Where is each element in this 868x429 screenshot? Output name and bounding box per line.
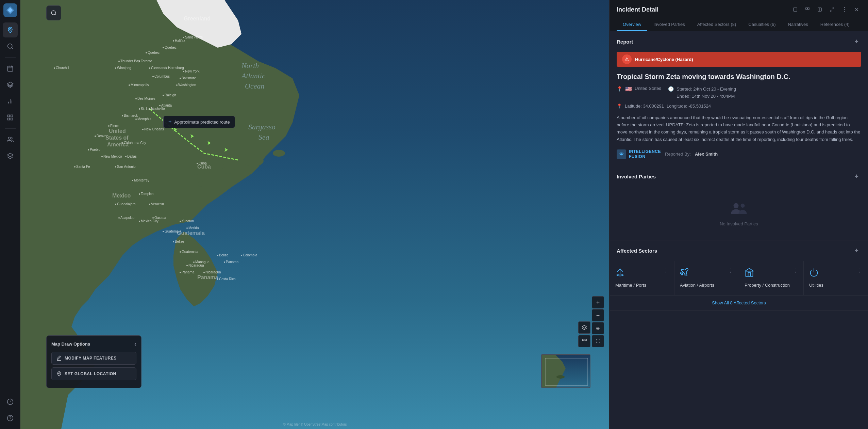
sidebar-item-search[interactable] (3, 39, 18, 54)
reporter-name: Alex Smith (695, 152, 718, 157)
panel-header: Incident Detail (610, 0, 868, 31)
longitude-text: Longitude: -85.501524 (667, 104, 711, 109)
reported-by-label: Reported By: (665, 152, 691, 157)
svg-rect-14 (11, 115, 13, 117)
sector-aviation-icon (680, 268, 689, 279)
panel-tabs: Overview Involved Parties Affected Secto… (617, 18, 861, 31)
sector-card-aviation[interactable]: ⋮ Aviation / Airports (674, 261, 739, 295)
sector-utilities-menu[interactable]: ⋮ (857, 268, 863, 274)
set-global-location-button[interactable]: SET GLOBAL LOCATION (51, 367, 136, 380)
tab-references[interactable]: References (4) (814, 18, 856, 31)
svg-rect-16 (11, 118, 13, 120)
panel-minimize-button[interactable] (790, 5, 800, 14)
incident-title: Tropical Storm Zeta moving towards Washi… (617, 72, 861, 81)
map-attribution: © MapTiler © OpenStreetMap contributors (283, 423, 347, 426)
sidebar-item-map[interactable] (3, 22, 18, 37)
map-controls-top (46, 5, 61, 20)
reporter-org-line2: FUSION (629, 154, 661, 159)
tab-linked[interactable]: Linked In... (856, 18, 861, 31)
country-flag: 🇺🇸 (625, 86, 632, 92)
tab-narratives[interactable]: Narratives (782, 18, 814, 31)
sectors-grid: ⋮ Maritime / Ports ⋮ Aviation / Air (610, 261, 868, 295)
map-search-button[interactable] (46, 5, 61, 20)
involved-parties-header: Involved Parties + (610, 166, 868, 187)
map-draw-title-row: Map Draw Options ‹ (51, 340, 136, 348)
modify-map-features-button[interactable]: MODIFY MAP FEATURES (51, 352, 136, 365)
country-name: United States (635, 86, 661, 91)
panel-title-row: Incident Detail (617, 5, 861, 14)
panel-more-button[interactable]: ⋮ (839, 5, 849, 14)
started-date: Started: 24th Oct 20 - Evening (677, 86, 736, 93)
compass-button[interactable]: ⊕ (592, 322, 604, 334)
map-style-button[interactable] (578, 335, 590, 347)
sector-property-menu[interactable]: ⋮ (792, 268, 798, 274)
report-section: Report + Hurricane/Cyclone (Hazard) Trop… (610, 31, 868, 166)
sidebar (0, 0, 20, 429)
layers-toggle-button[interactable] (578, 321, 590, 334)
svg-marker-18 (7, 153, 13, 157)
zoom-in-button[interactable]: + (592, 296, 604, 308)
reporter-row: INTELLIGENCE FUSION Reported By: Alex Sm… (617, 149, 861, 159)
panel-expand-button[interactable] (827, 5, 837, 14)
svg-point-3 (7, 44, 12, 48)
report-add-button[interactable]: + (852, 37, 861, 46)
map-draw-collapse-icon[interactable]: ‹ (134, 340, 136, 348)
reporter-org-line1: INTELLIGENCE (629, 149, 661, 154)
fullscreen-button[interactable]: ⛶ (592, 335, 604, 347)
tab-overview[interactable]: Overview (617, 18, 647, 31)
app-logo[interactable] (3, 3, 17, 17)
dates-meta: 🕐 Started: 24th Oct 20 - Evening Ended: … (668, 86, 736, 100)
sidebar-item-settings[interactable] (3, 148, 18, 163)
sector-aviation-name: Aviation / Airports (680, 283, 733, 288)
report-content: Hurricane/Cyclone (Hazard) Tropical Stor… (610, 52, 868, 166)
sidebar-item-location[interactable] (3, 394, 18, 409)
panel-resize-button[interactable] (803, 5, 812, 14)
ended-date: Ended: 14th Nov 20 - 4:04PM (677, 93, 736, 100)
svg-line-4 (11, 48, 13, 49)
involved-parties-section: Involved Parties + No Involved Parties (610, 166, 868, 240)
svg-point-2 (9, 29, 11, 30)
zoom-out-button[interactable]: − (592, 309, 604, 321)
svg-marker-29 (582, 325, 586, 328)
modify-btn-label: MODIFY MAP FEATURES (65, 356, 117, 361)
sidebar-item-chart[interactable] (3, 94, 18, 109)
sector-card-property[interactable]: ⋮ Property / Construction (739, 261, 803, 295)
sector-utilities-header: ⋮ (809, 268, 863, 279)
svg-line-38 (830, 10, 832, 11)
tab-casualties[interactable]: Casualties (6) (742, 18, 782, 31)
sidebar-item-grid[interactable] (3, 110, 18, 125)
svg-rect-33 (806, 8, 807, 10)
sidebar-item-users[interactable] (3, 132, 18, 147)
svg-rect-32 (794, 8, 797, 12)
incident-meta: 📍 🇺🇸 United States 🕐 Started: 24th Oct 2… (617, 86, 861, 100)
sector-maritime-menu[interactable]: ⋮ (663, 268, 669, 274)
sector-maritime-icon (615, 268, 625, 279)
sector-card-utilities[interactable]: ⋮ Utilities (804, 261, 868, 295)
involved-empty-text: No Involved Parties (720, 221, 758, 226)
affected-sectors-add-button[interactable]: + (852, 246, 861, 255)
svg-line-25 (55, 14, 56, 15)
involved-parties-add-button[interactable]: + (852, 172, 861, 181)
tab-involved-parties[interactable]: Involved Parties (647, 18, 691, 31)
panel-close-button[interactable]: ✕ (852, 5, 861, 14)
svg-rect-15 (7, 118, 10, 120)
right-panel: Incident Detail (610, 0, 868, 429)
tab-affected-sectors[interactable]: Affected Sectors (8) (691, 18, 742, 31)
svg-point-41 (733, 203, 738, 208)
involved-parties-empty: No Involved Parties (610, 187, 868, 240)
svg-point-24 (51, 11, 55, 15)
map-area[interactable]: + Approximate predicted route Map Draw O… (20, 0, 610, 429)
panel-split-button[interactable] (815, 5, 824, 14)
show-all-sectors-link[interactable]: Show All 8 Affected Sectors (610, 295, 868, 310)
sector-card-maritime[interactable]: ⋮ Maritime / Ports (610, 261, 674, 295)
sidebar-item-help[interactable] (3, 411, 18, 426)
sidebar-item-calendar[interactable] (3, 61, 18, 76)
sector-property-icon (745, 268, 754, 279)
panel-title: Incident Detail (617, 6, 658, 13)
sector-aviation-menu[interactable]: ⋮ (728, 268, 733, 274)
location-row: 📍 Latitude: 34.000291 Longitude: -85.501… (617, 104, 861, 109)
route-tooltip-text: Approximate predicted route (174, 120, 230, 125)
sidebar-item-layers[interactable] (3, 77, 18, 92)
reporter-logo-icon (617, 149, 626, 159)
affected-sectors-title: Affected Sectors (617, 248, 657, 254)
